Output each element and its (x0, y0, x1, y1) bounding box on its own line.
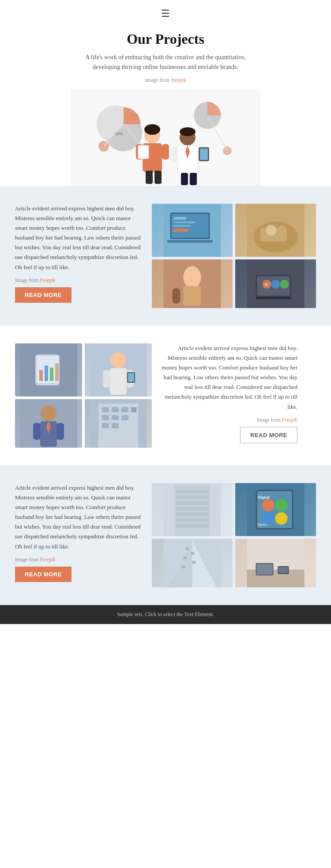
svg-rect-108 (184, 556, 187, 559)
svg-rect-77 (112, 407, 119, 412)
section-2-img-4 (85, 399, 152, 448)
svg-rect-72 (33, 423, 41, 440)
svg-point-100 (275, 512, 288, 525)
svg-rect-117 (279, 567, 288, 573)
svg-rect-87 (176, 490, 209, 493)
section-3: Article evident arrived express highest … (0, 465, 331, 605)
section-1: Article evident arrived express highest … (0, 186, 331, 326)
section-3-img-1 (152, 483, 233, 536)
svg-rect-89 (176, 501, 209, 505)
section-1-images: M (152, 204, 316, 308)
svg-rect-53 (256, 297, 291, 299)
svg-rect-35 (173, 228, 189, 232)
svg-rect-17 (146, 171, 153, 184)
section-1-layout: Article evident arrived express highest … (15, 204, 316, 308)
section-3-freepik-link[interactable]: Freepik (40, 557, 56, 562)
svg-rect-106 (186, 548, 189, 550)
section-3-body: Article evident arrived express highest … (15, 483, 143, 552)
section-3-img-4 (235, 539, 316, 587)
svg-rect-33 (173, 221, 196, 223)
hamburger-icon[interactable]: ☰ (161, 8, 170, 19)
section-3-image-grid: Digital Media (152, 483, 316, 587)
svg-rect-16 (138, 145, 149, 159)
page-title: Our Projects (18, 31, 313, 47)
svg-rect-36 (167, 240, 213, 243)
section-3-img-2: Digital Media (235, 483, 316, 536)
section-2-body: Article evident arrived express highest … (161, 343, 297, 412)
svg-rect-93 (176, 524, 209, 528)
section-2-image-from: Image from Freepik (161, 417, 297, 423)
svg-rect-58 (45, 365, 48, 381)
svg-rect-80 (102, 415, 109, 420)
section-2-layout: Article evident arrived express highest … (15, 343, 316, 448)
svg-rect-79 (131, 407, 136, 412)
section-2-images (15, 343, 152, 448)
svg-rect-44 (184, 286, 201, 306)
svg-point-41 (278, 225, 287, 234)
section-3-images: Digital Media (152, 483, 316, 587)
svg-rect-59 (50, 368, 53, 381)
svg-rect-26 (200, 148, 208, 160)
svg-point-62 (110, 352, 126, 368)
section-2-img-2 (85, 343, 152, 396)
section-1-text-col: Article evident arrived express highest … (15, 204, 143, 303)
svg-rect-76 (102, 407, 109, 412)
svg-rect-45 (173, 288, 181, 304)
svg-rect-88 (176, 495, 209, 499)
section-2-read-more-button[interactable]: READ MORE (240, 427, 297, 443)
svg-rect-15 (162, 144, 169, 160)
section-2-img-1 (15, 343, 82, 396)
svg-rect-112 (247, 570, 305, 587)
section-2-text-col: Article evident arrived express highest … (161, 343, 297, 443)
section-1-read-more-button[interactable]: READ MORE (15, 287, 71, 303)
section-2-freepik-link[interactable]: Freepik (282, 417, 297, 423)
svg-rect-109 (192, 561, 196, 563)
svg-rect-28 (190, 173, 197, 185)
section-1-img-2 (235, 204, 316, 257)
hero-subtitle: A life's work of embracing both the crea… (73, 53, 258, 72)
svg-point-12 (144, 124, 160, 135)
svg-rect-60 (55, 363, 59, 381)
svg-rect-107 (191, 552, 195, 555)
svg-point-43 (184, 266, 201, 288)
hero-freepik-link[interactable]: freepik (171, 77, 186, 83)
header: ☰ (0, 0, 331, 23)
svg-rect-82 (121, 415, 128, 420)
hero-illustration: 50% 50% (71, 89, 260, 186)
section-1-img-4: M (235, 259, 316, 308)
svg-point-50 (271, 280, 280, 289)
svg-text:50%: 50% (130, 114, 139, 118)
svg-rect-81 (112, 415, 119, 420)
svg-rect-18 (154, 171, 162, 184)
svg-rect-0 (71, 89, 260, 186)
svg-rect-57 (39, 370, 43, 381)
footer-text: Sample text. Click to select the Text El… (117, 611, 214, 617)
svg-rect-92 (176, 518, 209, 522)
section-1-body: Article evident arrived express highest … (15, 204, 143, 272)
section-3-image-from: Image from Freepik (15, 557, 143, 562)
svg-rect-23 (171, 146, 178, 162)
section-2-img-3 (15, 399, 82, 448)
hero-section: Our Projects A life's work of embracing … (0, 23, 331, 186)
svg-rect-32 (173, 217, 187, 220)
section-3-read-more-button[interactable]: READ MORE (15, 567, 71, 582)
svg-rect-73 (56, 423, 64, 440)
svg-point-51 (280, 280, 289, 289)
svg-point-98 (275, 499, 288, 511)
svg-point-97 (262, 499, 275, 511)
svg-rect-67 (128, 373, 134, 382)
svg-rect-27 (181, 173, 188, 185)
svg-point-69 (41, 405, 56, 421)
section-3-img-3 (152, 539, 233, 587)
svg-rect-113 (247, 539, 305, 570)
footer: Sample text. Click to select the Text El… (0, 605, 331, 624)
svg-rect-63 (110, 368, 127, 395)
svg-rect-91 (176, 513, 209, 516)
svg-text:50%: 50% (115, 131, 123, 136)
svg-text:Media: Media (258, 523, 267, 527)
svg-text:Digital: Digital (258, 495, 270, 499)
svg-rect-110 (182, 565, 186, 568)
section-2-image-grid (15, 343, 152, 448)
svg-rect-115 (257, 564, 273, 575)
section-1-freepik-link[interactable]: Freepik (40, 278, 56, 283)
